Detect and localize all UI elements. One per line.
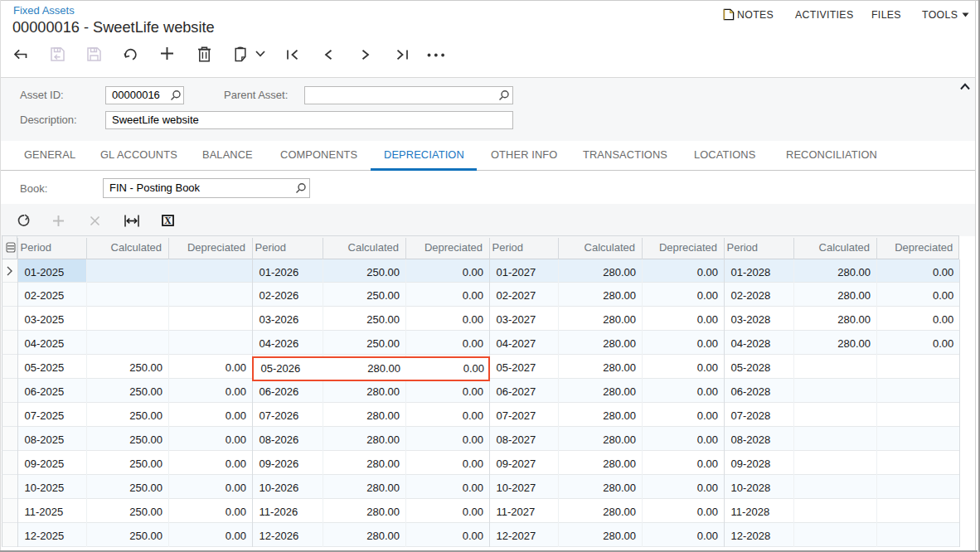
svg-text:X: X [164,215,172,225]
